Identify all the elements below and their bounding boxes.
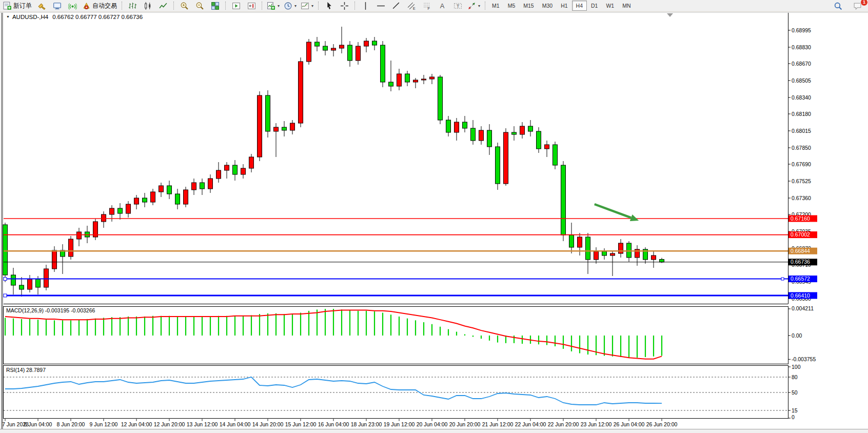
svg-text:E: E: [412, 6, 415, 10]
candle-body: [241, 168, 246, 174]
rsi-axis-tick-label: 0: [792, 414, 795, 420]
price-axis-tick-label: 0.68505: [792, 77, 811, 84]
timeframe-button-m15[interactable]: M15: [519, 1, 538, 11]
templates-button[interactable]: ▾: [299, 0, 315, 11]
timeframe-button-w1[interactable]: W1: [602, 1, 618, 11]
tile-windows-button[interactable]: [207, 0, 223, 11]
candle-body: [520, 126, 525, 134]
timeframe-button-mn[interactable]: MN: [618, 1, 635, 11]
candle-body: [405, 74, 410, 82]
candle-body: [36, 279, 41, 287]
search-button[interactable]: [830, 0, 845, 11]
terminal-button[interactable]: [49, 0, 65, 11]
price-axis-tick-label: 0.67525: [792, 178, 811, 184]
fibonacci-button[interactable]: F: [419, 0, 435, 11]
timeframe-button-h4[interactable]: H4: [572, 1, 587, 11]
zoom-in-button[interactable]: [176, 0, 192, 11]
new-order-button[interactable]: 新订单: [1, 0, 34, 11]
candle-body: [594, 251, 599, 260]
equidistant-channel-button[interactable]: E: [404, 0, 419, 11]
rsi-axis-tick-label: 50: [792, 389, 798, 396]
text-label-button[interactable]: T: [450, 0, 465, 11]
candle-body: [249, 157, 254, 168]
price-axis-tick-label: 0.68015: [792, 128, 811, 134]
periods-button[interactable]: ▾: [282, 0, 299, 11]
cursor-button[interactable]: [321, 0, 337, 11]
candle-body: [438, 77, 443, 120]
crosshair-button[interactable]: [337, 0, 352, 11]
templates-icon: [301, 2, 309, 10]
time-axis-label: 20 Jun 04:00: [417, 421, 448, 427]
broadcast-button[interactable]: [65, 0, 80, 11]
candle-body: [110, 208, 114, 214]
candle-body: [381, 45, 385, 82]
crosshair-icon: [340, 2, 349, 10]
timeframe-button-m5[interactable]: M5: [504, 1, 520, 11]
chat-button[interactable]: 1: [850, 0, 865, 11]
add-indicator-button[interactable]: ▾: [265, 0, 282, 11]
add-indicator-icon: [267, 2, 275, 10]
time-axis-label: 8 Jun 20:00: [57, 421, 85, 427]
zoom-in-icon: [180, 2, 189, 10]
arrows-button[interactable]: ▾: [465, 0, 482, 11]
svg-text:A: A: [440, 2, 444, 10]
candle-body: [545, 145, 549, 149]
timeframe-button-h1[interactable]: H1: [557, 1, 571, 11]
candle-body: [397, 74, 402, 86]
rsi-axis-tick-label: 80: [792, 374, 798, 380]
candlestick-chart-button[interactable]: [140, 0, 155, 11]
horizontal-line-button[interactable]: [373, 0, 388, 11]
candle-body: [471, 128, 476, 141]
candle-body: [660, 260, 664, 262]
time-axis-label: 14 Jun 04:00: [220, 421, 251, 427]
candle-body: [52, 250, 57, 269]
candle-body: [126, 204, 131, 213]
candle-body: [159, 186, 164, 192]
timeframe-button-d1[interactable]: D1: [587, 1, 602, 11]
timeframe-button-m30[interactable]: M30: [538, 1, 557, 11]
toolbar-button-label: 新订单: [13, 2, 32, 10]
candle-body: [331, 48, 336, 50]
candle-body: [3, 225, 8, 275]
timeframe-button-m1[interactable]: M1: [488, 1, 504, 11]
candle-body: [200, 183, 205, 189]
chart-canvas[interactable]: 0.689950.688300.686700.685050.683400.681…: [0, 0, 868, 433]
time-axis-label: 14 Jun 20:00: [252, 421, 284, 427]
auto-trading-button[interactable]: 自动交易: [80, 0, 119, 11]
text-button[interactable]: A: [435, 0, 450, 11]
candle-body: [258, 95, 262, 157]
price-axis-tick-label: 0.68995: [792, 27, 811, 33]
time-axis-label: 15 Jun 12:00: [285, 421, 317, 427]
zoom-out-button[interactable]: [192, 0, 207, 11]
candle-body: [69, 239, 73, 257]
time-axis-label: 9 Jun 12:00: [90, 421, 118, 427]
vertical-line-button[interactable]: [358, 0, 373, 11]
candle-body: [28, 279, 32, 289]
line-handle[interactable]: [4, 278, 7, 281]
candle-body: [216, 170, 221, 179]
chevron-down-icon: ▾: [478, 4, 480, 8]
line-handle[interactable]: [4, 294, 7, 297]
time-axis-label: 13 Jun 12:00: [187, 421, 218, 427]
toolbar-right-group: 1: [830, 0, 865, 11]
line-chart-button[interactable]: [155, 0, 171, 11]
price-axis-tick-label: 0.68670: [792, 61, 811, 67]
macd-axis-tick-label: 0.004211: [792, 305, 814, 311]
chart-background: [0, 12, 868, 433]
price-axis-tick-label: 0.67690: [792, 161, 811, 167]
candle-body: [512, 132, 517, 134]
candle-body: [299, 62, 303, 123]
candle-body: [578, 237, 582, 247]
toolbar-button-label: 自动交易: [92, 2, 117, 10]
auto-scroll-icon: [232, 2, 241, 10]
trend-line-button[interactable]: [388, 0, 404, 11]
price-label-text: 0.66844: [791, 248, 810, 254]
gavel-button[interactable]: [34, 0, 49, 11]
bar-chart-button[interactable]: [125, 0, 140, 11]
candle-body: [225, 165, 229, 170]
chart-shift-icon: [247, 2, 256, 10]
chart-shift-button[interactable]: [244, 0, 259, 11]
auto-scroll-button[interactable]: [228, 0, 244, 11]
price-label-text: 0.66736: [791, 259, 810, 265]
line-handle[interactable]: [781, 278, 784, 280]
